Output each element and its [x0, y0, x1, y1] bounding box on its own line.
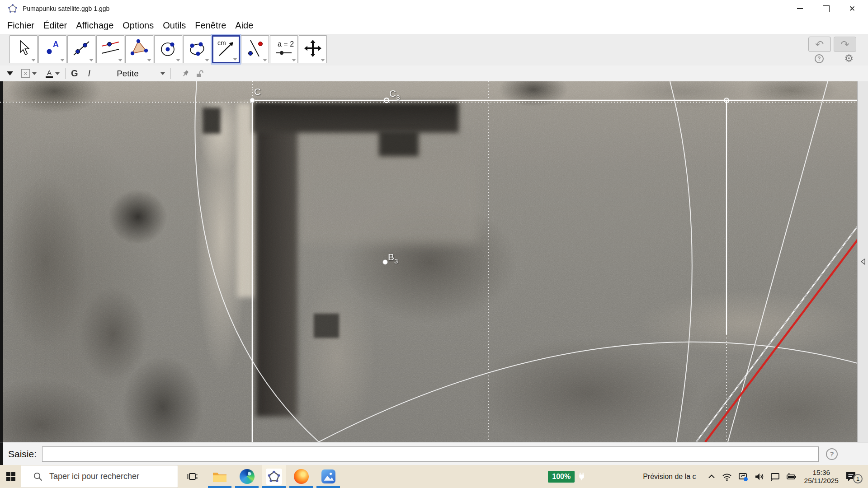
text-color-button[interactable]: A — [46, 70, 53, 78]
point-tool-icon: A — [42, 38, 62, 58]
minimize-button[interactable] — [787, 0, 813, 17]
menu-aide[interactable]: Aide — [231, 20, 258, 31]
circle-arc-topright[interactable] — [728, 81, 828, 442]
tray-chevron-icon[interactable] — [707, 472, 716, 481]
tool-move-button[interactable] — [9, 35, 38, 63]
menu-affichage[interactable]: Affichage — [71, 20, 118, 31]
point-B3[interactable] — [383, 260, 387, 264]
tool-point-button[interactable]: A — [38, 35, 66, 63]
tool-dropdown-icon[interactable] — [205, 59, 209, 61]
tool-slider-button[interactable]: a = 2 — [270, 35, 298, 63]
tool-dropdown-icon[interactable] — [118, 59, 123, 61]
tool-dropdown-icon[interactable] — [292, 59, 296, 61]
input-help-button[interactable]: ? — [826, 448, 838, 460]
input-label: Saisie: — [8, 449, 37, 460]
geogebra-logo-icon — [8, 4, 17, 13]
point-unlabeled[interactable] — [724, 98, 729, 103]
maximize-button[interactable] — [813, 0, 839, 17]
tool-parallel-line-button[interactable] — [96, 35, 124, 63]
menu-fichier[interactable]: Fichier — [3, 20, 39, 31]
taskbar-geogebra[interactable] — [262, 465, 286, 488]
algebra-input[interactable] — [42, 446, 819, 462]
tool-dropdown-icon[interactable] — [147, 59, 151, 61]
firefox-icon — [294, 469, 309, 484]
tool-dropdown-icon[interactable] — [263, 59, 267, 61]
battery-icon[interactable] — [786, 472, 797, 482]
circle-arc-right[interactable] — [670, 81, 692, 442]
undo-button[interactable]: ↶ — [808, 37, 831, 52]
red-line[interactable] — [705, 226, 868, 442]
help-button[interactable]: ? — [815, 54, 824, 63]
parallel-line-tool-icon — [100, 38, 120, 58]
running-indicator — [262, 486, 286, 488]
construction-overlay: C C3 B3 — [0, 81, 868, 442]
tool-circle-button[interactable] — [154, 35, 182, 63]
battery-badge[interactable]: 100% — [548, 471, 575, 483]
input-bar: Saisie: ? — [0, 442, 868, 465]
tool-dropdown-icon[interactable] — [176, 59, 180, 61]
pin-icon[interactable] — [182, 70, 190, 78]
taskbar-edge[interactable] — [235, 465, 259, 488]
graphics-view[interactable]: C C3 B3 — [0, 81, 868, 442]
dashed-diagonal-line[interactable] — [696, 221, 861, 442]
menu-fenetre[interactable]: Fenêtre — [190, 20, 231, 31]
cast-display-icon[interactable] — [770, 472, 780, 482]
circle-arc-bottom[interactable] — [319, 342, 864, 442]
tool-dropdown-icon[interactable] — [60, 59, 65, 61]
start-button[interactable] — [6, 472, 15, 481]
settings-button[interactable]: ⚙ — [844, 53, 854, 64]
date: 25/11/2025 — [804, 477, 839, 485]
unlock-icon[interactable] — [195, 70, 204, 78]
weather-widget[interactable]: Prévision de la c — [643, 473, 696, 481]
taskbar-search[interactable] — [21, 465, 178, 488]
menu-options[interactable]: Options — [118, 20, 158, 31]
tool-dropdown-icon[interactable] — [89, 59, 94, 61]
tool-conic-button[interactable] — [183, 35, 211, 63]
menu-outils[interactable]: Outils — [158, 20, 190, 31]
taskbar-file-explorer[interactable] — [208, 465, 232, 488]
color-swatch — [46, 76, 53, 78]
menubar: Fichier Éditer Affichage Options Outils … — [0, 17, 868, 34]
search-input[interactable] — [48, 471, 172, 482]
running-indicator — [289, 486, 313, 488]
tool-reflect-button[interactable] — [241, 35, 269, 63]
point-C[interactable] — [250, 98, 255, 103]
italic-button[interactable]: I — [88, 68, 91, 79]
search-icon — [33, 472, 43, 482]
color-dropdown-icon[interactable] — [55, 72, 60, 75]
task-view-button[interactable] — [186, 471, 198, 482]
sidebar-collapse-strip[interactable] — [857, 81, 868, 442]
slider-tool-icon: a = 2 — [274, 38, 294, 58]
action-center-button[interactable]: 1 — [845, 471, 857, 482]
clock[interactable]: 15:36 25/11/2025 — [804, 469, 839, 485]
stylebar-expand-icon[interactable] — [7, 71, 13, 75]
window-title: Pumapunku satellite.ggb 1.ggb — [23, 5, 109, 12]
titlebar: Pumapunku satellite.ggb 1.ggb ✕ — [0, 0, 868, 18]
close-icon: ✕ — [849, 5, 855, 13]
bold-button[interactable]: G — [71, 68, 78, 79]
minimize-icon — [797, 8, 803, 9]
sync-share-icon[interactable] — [738, 472, 748, 482]
close-button[interactable]: ✕ — [839, 0, 865, 17]
tool-dropdown-icon[interactable] — [233, 58, 237, 61]
point-style-button[interactable]: ✕ — [21, 69, 30, 78]
tool-distance-button[interactable]: cm — [212, 35, 240, 63]
wifi-icon[interactable] — [722, 472, 732, 482]
gear-icon: ⚙ — [844, 52, 854, 64]
label-size-value[interactable]: Petite — [117, 69, 139, 79]
taskbar-firefox[interactable] — [289, 465, 313, 488]
polygon-tool-icon — [129, 38, 149, 58]
point-style-dropdown-icon[interactable] — [32, 72, 37, 75]
taskbar-photos[interactable] — [316, 465, 340, 488]
tool-dropdown-icon[interactable] — [31, 59, 36, 61]
size-dropdown-icon[interactable] — [160, 72, 165, 75]
tool-dropdown-icon[interactable] — [321, 59, 325, 61]
redo-button[interactable]: ↷ — [834, 37, 856, 52]
speaker-icon[interactable] — [754, 472, 764, 482]
menu-editer[interactable]: Éditer — [39, 20, 71, 31]
collapse-arrow-icon[interactable] — [859, 257, 867, 266]
circle-arc-left[interactable] — [195, 81, 319, 442]
tool-polygon-button[interactable] — [125, 35, 153, 63]
tool-line-button[interactable] — [67, 35, 95, 63]
tool-move-graphics-button[interactable] — [299, 35, 327, 63]
